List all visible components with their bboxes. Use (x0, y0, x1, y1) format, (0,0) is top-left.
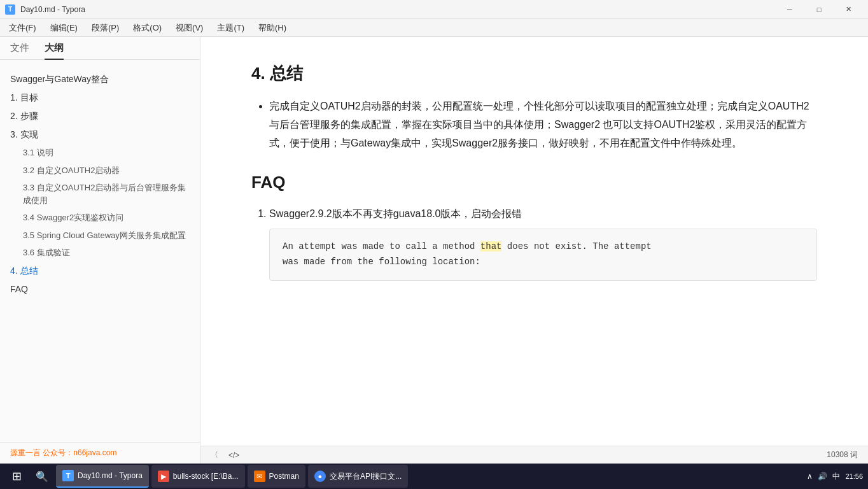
editor-area: 4. 总结 完成自定义OATUH2启动器的封装，公用配置统一处理，个性化部分可以… (200, 37, 868, 464)
outline-item-s32[interactable]: 3.2 自定义OAUTH2启动器 (10, 162, 190, 180)
sidebar: 文件 大纲 Swagger与GateWay整合 1. 目标 2. 步骤 3. 实… (0, 37, 200, 464)
taskbar-app-bulls-label: bulls-stock [E:\Ba... (173, 472, 239, 481)
section4-heading: 4. 总结 (251, 62, 817, 85)
taskbar-app-api-label: 交易平台API接口文... (330, 471, 402, 482)
outline-item-s34[interactable]: 3.4 Swagger2实现鉴权访问 (10, 209, 190, 227)
tab-outline[interactable]: 大纲 (45, 42, 64, 59)
maximize-button[interactable]: □ (804, 0, 834, 19)
taskbar-app-typora[interactable]: T Day10.md - Typora (56, 465, 149, 488)
outline-item-s35[interactable]: 3.5 Spring Cloud Gateway网关服务集成配置 (10, 227, 190, 244)
outline-item-faq[interactable]: FAQ (10, 280, 190, 299)
taskbar-clock: 21:56 (845, 472, 863, 480)
outline-content[interactable]: Swagger与GateWay整合 1. 目标 2. 步骤 3. 实现 3.1 … (0, 60, 200, 442)
status-bar-right: 10308 词 (827, 450, 858, 460)
section4-bullet-item: 完成自定义OATUH2启动器的封装，公用配置统一处理，个性化部分可以读取项目的配… (269, 97, 817, 152)
taskbar-sound-icon[interactable]: 🔊 (818, 472, 827, 481)
faq-list: Swagger2.9.2版本不再支持guava18.0版本，启动会报错 An a… (251, 205, 817, 280)
start-button[interactable]: ⊞ (5, 465, 28, 488)
outline-item-target[interactable]: 1. 目标 (10, 89, 190, 107)
menu-edit[interactable]: 编辑(E) (44, 20, 84, 36)
taskbar-chevron[interactable]: ∧ (807, 472, 813, 481)
window-controls: ─ □ ✕ (775, 0, 863, 19)
status-bar: 〈 </> 10308 词 (200, 446, 868, 464)
taskbar-app-typora-label: Day10.md - Typora (78, 471, 143, 480)
menu-help[interactable]: 帮助(H) (252, 20, 293, 36)
taskbar-app-bulls[interactable]: ▶ bulls-stock [E:\Ba... (151, 465, 245, 488)
faq-code-block-1: An attempt was made to call a method tha… (269, 229, 817, 281)
faq-item-1: Swagger2.9.2版本不再支持guava18.0版本，启动会报错 An a… (269, 205, 817, 280)
outline-item-s36[interactable]: 3.6 集成验证 (10, 244, 190, 262)
taskbar: ⊞ 🔍 T Day10.md - Typora ▶ bulls-stock [E… (0, 464, 868, 489)
menu-format[interactable]: 格式(O) (127, 20, 168, 36)
minimize-button[interactable]: ─ (775, 0, 804, 19)
sidebar-tabs: 文件 大纲 (0, 37, 200, 60)
app-icon: T (5, 4, 15, 15)
status-bar-left: 〈 </> (211, 450, 239, 460)
main-layout: 文件 大纲 Swagger与GateWay整合 1. 目标 2. 步骤 3. 实… (0, 37, 868, 464)
taskbar-time: 21:56 (845, 472, 863, 480)
taskbar-lang[interactable]: 中 (832, 471, 840, 482)
word-count: 10308 词 (827, 450, 858, 460)
faq-item-1-text: Swagger2.9.2版本不再支持guava18.0版本，启动会报错 (269, 208, 522, 219)
outline-item-s33[interactable]: 3.3 自定义OAUTH2启动器与后台管理服务集成使用 (10, 179, 190, 209)
outline-item-s31[interactable]: 3.1 说明 (10, 144, 190, 162)
close-button[interactable]: ✕ (834, 0, 863, 19)
taskbar-right: ∧ 🔊 中 21:56 (807, 471, 863, 482)
menu-view[interactable]: 视图(V) (169, 20, 209, 36)
window-title: Day10.md - Typora (20, 5, 85, 14)
taskbar-app-postman[interactable]: ✉ Postman (248, 465, 305, 488)
tab-files[interactable]: 文件 (10, 42, 29, 59)
editor-content[interactable]: 4. 总结 完成自定义OATUH2启动器的封装，公用配置统一处理，个性化部分可以… (200, 37, 868, 446)
title-bar: T Day10.md - Typora ─ □ ✕ (0, 0, 868, 19)
highlighted-word: that (480, 241, 502, 252)
outline-item-swagger-gateway[interactable]: Swagger与GateWay整合 (10, 70, 190, 89)
title-bar-left: T Day10.md - Typora (5, 4, 85, 15)
section4-bullet-list: 完成自定义OATUH2启动器的封装，公用配置统一处理，个性化部分可以读取项目的配… (251, 97, 817, 152)
taskbar-app-postman-label: Postman (269, 472, 299, 481)
faq-heading: FAQ (251, 173, 817, 192)
sidebar-watermark: 源重一言 公众号：n66java.com (0, 442, 200, 464)
nav-left-button[interactable]: 〈 (211, 450, 218, 460)
nav-code-button[interactable]: </> (228, 451, 239, 460)
outline-item-impl[interactable]: 3. 实现 (10, 125, 190, 144)
outline-item-steps[interactable]: 2. 步骤 (10, 107, 190, 125)
menu-paragraph[interactable]: 段落(P) (85, 20, 125, 36)
menu-bar: 文件(F) 编辑(E) 段落(P) 格式(O) 视图(V) 主题(T) 帮助(H… (0, 19, 868, 37)
outline-item-summary[interactable]: 4. 总结 (10, 262, 190, 280)
menu-file[interactable]: 文件(F) (3, 20, 43, 36)
taskbar-app-api[interactable]: ● 交易平台API接口文... (308, 465, 408, 488)
search-button[interactable]: 🔍 (31, 465, 53, 488)
menu-theme[interactable]: 主题(T) (211, 20, 251, 36)
